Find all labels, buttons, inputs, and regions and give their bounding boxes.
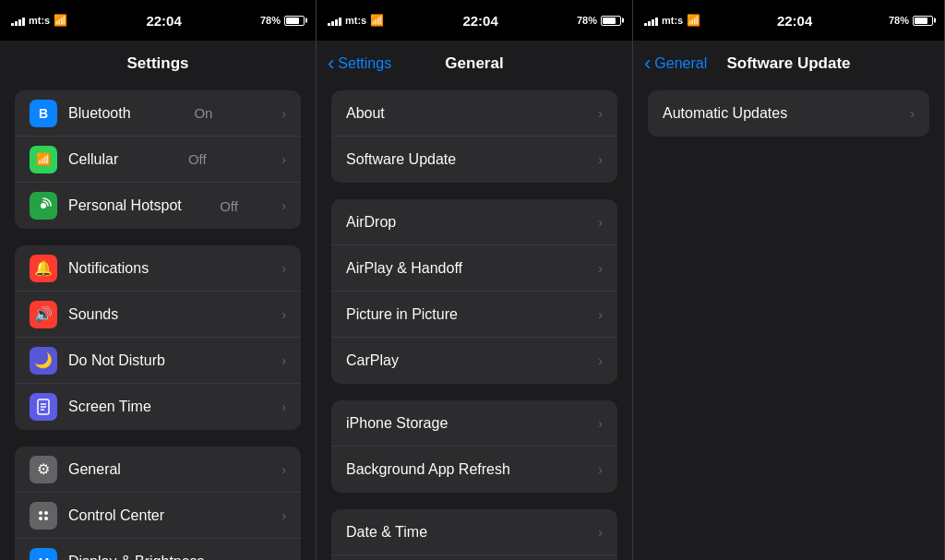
list-item-airdrop[interactable]: AirDrop › <box>331 199 617 245</box>
section-date-general: Date & Time › Keyboard › Fonts › <box>317 509 632 560</box>
list-item-softwareupdate[interactable]: Software Update › <box>331 137 617 183</box>
list-item-sounds[interactable]: 🔊 Sounds › <box>15 292 301 338</box>
list-item-cellular[interactable]: 📶 Cellular Off › <box>15 137 301 183</box>
list-item-keyboard[interactable]: Keyboard › <box>331 555 617 560</box>
softwareupdate-scroll[interactable]: Automatic Updates › <box>633 87 944 560</box>
controlcenter-icon <box>30 502 57 530</box>
cellular-icon: 📶 <box>30 146 57 173</box>
wifi-icon-right: 📶 <box>687 14 700 27</box>
list-item-hotspot[interactable]: Personal Hotspot Off › <box>15 183 301 229</box>
list-item-airplay[interactable]: AirPlay & Handoff › <box>331 245 617 292</box>
sounds-icon: 🔊 <box>30 301 57 328</box>
status-bar-middle: mt:s 📶 22:04 78% <box>317 0 632 41</box>
screentime-label: Screen Time <box>68 399 151 415</box>
datetime-content: Date & Time › <box>346 524 603 541</box>
about-label: About <box>346 105 385 122</box>
bluetooth-content: Bluetooth On › <box>68 105 286 122</box>
notifications-chevron: › <box>281 261 286 276</box>
softwareupdate-content: Software Update › <box>346 151 603 168</box>
back-label-middle: Settings <box>338 55 391 72</box>
general-panel: mt:s 📶 22:04 78% ‹ Settings General Abou… <box>317 0 633 560</box>
softwareupdate-title: Software Update <box>726 54 850 73</box>
svg-point-8 <box>44 517 48 520</box>
hotspot-value: Off <box>220 198 238 214</box>
settings-scroll[interactable]: B Bluetooth On › 📶 Cellular Off › <box>0 87 316 560</box>
back-to-settings[interactable]: ‹ Settings <box>328 54 391 74</box>
airplay-content: AirPlay & Handoff › <box>346 260 603 277</box>
hotspot-chevron: › <box>281 198 286 213</box>
donotdisturb-content: Do Not Disturb › <box>68 352 286 369</box>
bluetooth-chevron: › <box>281 106 286 121</box>
battery-fill-left <box>286 18 299 24</box>
airplay-chevron: › <box>598 261 603 276</box>
battery-icon-middle <box>601 16 621 26</box>
displaybrightness-icon: AA <box>30 548 57 561</box>
list-item-bgrefresh[interactable]: Background App Refresh › <box>331 447 617 493</box>
hotspot-icon <box>30 192 57 220</box>
airdrop-content: AirDrop › <box>346 214 603 231</box>
general-header: ‹ Settings General <box>317 41 632 87</box>
automaticupdates-chevron: › <box>910 106 915 121</box>
settings-title: Settings <box>126 54 188 73</box>
section-top-general: About › Software Update › <box>317 90 632 183</box>
notifications-content: Notifications › <box>68 260 286 277</box>
list-item-bluetooth[interactable]: B Bluetooth On › <box>15 90 301 137</box>
donotdisturb-label: Do Not Disturb <box>68 352 165 369</box>
svg-point-7 <box>39 517 42 520</box>
softwareupdate-chevron: › <box>598 152 603 167</box>
bluetooth-label: Bluetooth <box>68 105 131 122</box>
softwareupdate-header: ‹ General Software Update <box>633 41 944 87</box>
controlcenter-chevron: › <box>281 508 286 523</box>
carplay-chevron: › <box>598 353 603 368</box>
battery-percent-left: 78% <box>260 15 281 26</box>
iphonestorage-content: iPhone Storage › <box>346 415 603 432</box>
battery-fill-middle <box>603 18 616 24</box>
general-scroll[interactable]: About › Software Update › AirDrop › <box>317 87 632 560</box>
time-middle: 22:04 <box>462 13 497 29</box>
back-to-general[interactable]: ‹ General <box>644 54 707 74</box>
wifi-icon-left: 📶 <box>54 14 67 27</box>
sounds-content: Sounds › <box>68 306 286 323</box>
list-item-controlcenter[interactable]: Control Center › <box>15 493 301 539</box>
cellular-chevron: › <box>281 152 286 167</box>
sounds-chevron: › <box>281 307 286 322</box>
list-item-donotdisturb[interactable]: 🌙 Do Not Disturb › <box>15 338 301 384</box>
back-label-right: General <box>654 55 707 72</box>
list-item-screentime[interactable]: Screen Time › <box>15 384 301 430</box>
status-left-right: mt:s 📶 <box>644 14 700 27</box>
datetime-chevron: › <box>598 525 603 540</box>
datetime-label: Date & Time <box>346 524 427 541</box>
list-item-displaybrightness[interactable]: AA Display & Brightness › <box>15 539 301 560</box>
list-item-notifications[interactable]: 🔔 Notifications › <box>15 245 301 292</box>
list-item-iphonestorage[interactable]: iPhone Storage › <box>331 400 617 447</box>
carplay-label: CarPlay <box>346 352 399 369</box>
status-right-middle: 78% <box>577 15 621 26</box>
list-item-pip[interactable]: Picture in Picture › <box>331 292 617 338</box>
status-bar-right: mt:s 📶 22:04 78% <box>633 0 944 41</box>
bgrefresh-chevron: › <box>598 462 603 477</box>
list-item-about[interactable]: About › <box>331 90 617 137</box>
svg-point-0 <box>41 203 46 209</box>
section-storage-general: iPhone Storage › Background App Refresh … <box>317 400 632 493</box>
list-item-datetime[interactable]: Date & Time › <box>331 509 617 555</box>
list-item-carplay[interactable]: CarPlay › <box>331 338 617 384</box>
battery-icon-right <box>913 16 933 26</box>
status-bar-left: mt:s 📶 22:04 78% <box>0 0 316 41</box>
general-chevron: › <box>281 462 286 477</box>
back-arrow-middle: ‹ <box>328 54 334 74</box>
iphonestorage-label: iPhone Storage <box>346 415 448 432</box>
list-item-general[interactable]: ⚙ General › <box>15 447 301 493</box>
displaybrightness-content: Display & Brightness › <box>68 554 286 561</box>
pip-label: Picture in Picture <box>346 306 458 323</box>
cellular-label: Cellular <box>68 151 118 168</box>
svg-point-5 <box>39 511 42 515</box>
automaticupdates-label: Automatic Updates <box>663 105 787 122</box>
airplay-label: AirPlay & Handoff <box>346 260 462 277</box>
settings-panel: mt:s 📶 22:04 78% Settings B Bluetooth On… <box>0 0 317 560</box>
carrier-right: mt:s <box>662 15 683 26</box>
hotspot-label: Personal Hotspot <box>68 197 182 214</box>
list-item-automaticupdates[interactable]: Automatic Updates › <box>648 90 929 137</box>
displaybrightness-chevron: › <box>281 554 286 561</box>
section-connectivity: B Bluetooth On › 📶 Cellular Off › <box>0 90 316 229</box>
notifications-icon: 🔔 <box>30 255 57 282</box>
